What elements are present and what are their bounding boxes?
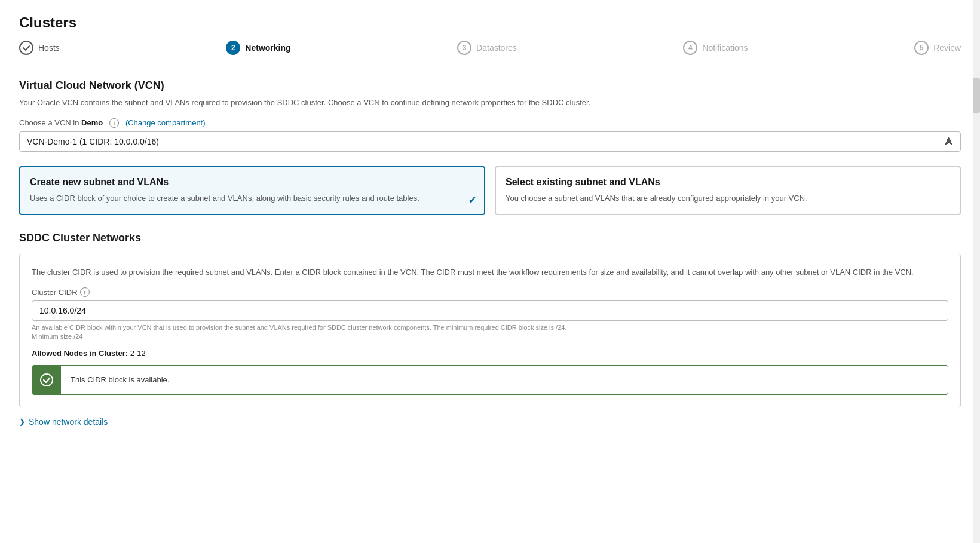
step-label-datastores: Datastores [476,43,517,53]
sddc-section-title: SDDC Cluster Networks [19,232,961,244]
sddc-box-description: The cluster CIDR is used to provision th… [32,266,948,278]
step-circle-datastores: 3 [457,41,471,55]
step-connector-2 [296,48,453,48]
cidr-input[interactable] [32,300,948,321]
option-card-create-new-desc: Uses a CIDR block of your choice to crea… [30,192,474,204]
vcn-select[interactable]: VCN-Demo-1 (1 CIDR: 10.0.0.0/16) [19,131,961,152]
page-title: Clusters [0,0,980,41]
step-circle-review: 5 [914,41,929,55]
content-area: Virtual Cloud Network (VCN) Your Oracle … [0,65,980,441]
vcn-section: Virtual Cloud Network (VCN) Your Oracle … [19,79,961,152]
vcn-section-title: Virtual Cloud Network (VCN) [19,79,961,92]
wizard-step-datastores[interactable]: 3 Datastores [457,41,517,55]
step-connector-3 [522,48,679,48]
step-circle-networking: 2 [226,41,240,55]
success-icon [32,366,61,394]
success-banner: This CIDR block is available. [32,365,948,395]
option-cards-container: Create new subnet and VLANs Uses a CIDR … [19,166,961,215]
compartment-info-icon[interactable]: i [109,118,119,128]
option-card-create-new-check: ✓ [468,194,477,207]
step-circle-notifications: 4 [683,41,697,55]
wizard-step-networking[interactable]: 2 Networking [226,41,290,55]
option-card-select-existing-desc: You choose a subnet and VLANs that are a… [506,192,950,204]
wizard-step-hosts[interactable]: Hosts [19,41,60,55]
wizard-step-notifications[interactable]: 4 Notifications [683,41,748,55]
cidr-hint: An available CIDR block within your VCN … [32,323,948,342]
allowed-nodes: Allowed Nodes in Cluster: 2-12 [32,349,948,358]
step-label-review: Review [933,43,961,53]
svg-point-0 [41,374,53,386]
option-card-select-existing-title: Select existing subnet and VLANs [506,177,950,188]
option-card-create-new[interactable]: Create new subnet and VLANs Uses a CIDR … [19,166,485,215]
vcn-section-desc: Your Oracle VCN contains the subnet and … [19,97,961,109]
step-label-hosts: Hosts [38,43,60,53]
step-connector-4 [753,48,910,48]
step-circle-hosts [19,41,33,55]
sddc-section: SDDC Cluster Networks The cluster CIDR i… [19,232,961,407]
step-connector-1 [65,48,222,48]
option-card-select-existing[interactable]: Select existing subnet and VLANs You cho… [495,166,961,215]
step-label-networking: Networking [245,43,290,53]
vcn-select-wrapper: VCN-Demo-1 (1 CIDR: 10.0.0.0/16) ⮝ [19,131,961,152]
sddc-box: The cluster CIDR is used to provision th… [19,254,961,407]
chevron-right-icon: ❯ [19,418,25,426]
wizard-steps: Hosts 2 Networking 3 Datastores 4 Notifi… [0,41,980,65]
step-label-notifications: Notifications [702,43,748,53]
scrollbar-thumb[interactable] [973,78,980,113]
cidr-label: Cluster CIDR i [32,287,948,297]
show-network-details-label: Show network details [29,417,108,427]
option-card-create-new-title: Create new subnet and VLANs [30,177,474,188]
success-message: This CIDR block is available. [61,368,179,391]
wizard-step-review[interactable]: 5 Review [914,41,961,55]
vcn-label: Choose a VCN in Demo i (Change compartme… [19,118,961,128]
change-compartment-link[interactable]: (Change compartment) [125,118,206,127]
cidr-info-icon[interactable]: i [80,287,90,297]
show-network-details-link[interactable]: ❯ Show network details [19,417,961,427]
scrollbar-track[interactable] [973,0,980,543]
